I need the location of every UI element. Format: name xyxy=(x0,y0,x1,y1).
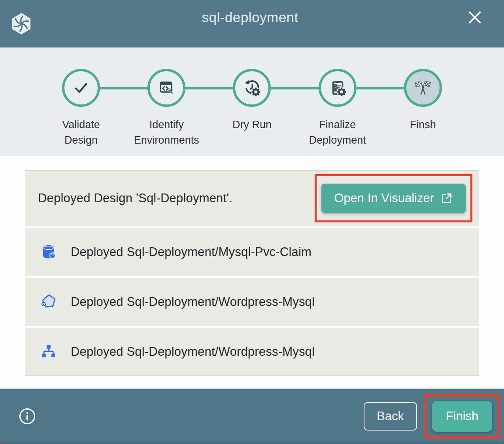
modal-header: sql-deployment xyxy=(0,0,504,47)
finish-button[interactable]: Finish xyxy=(432,401,492,432)
summary-row: Deployed Design 'Sql-Deployment'. Open I… xyxy=(25,170,479,226)
svg-text:?: ? xyxy=(51,254,54,258)
deployment-row-text: Deployed Sql-Deployment/Wordpress-Mysql xyxy=(71,295,315,309)
stepper: Validate Design Identify Environments xyxy=(0,47,504,156)
external-link-icon xyxy=(440,192,453,205)
clipboard-gear-icon[interactable] xyxy=(319,69,357,107)
modal-title: sql-deployment xyxy=(202,9,298,25)
step-label: Identify Environments xyxy=(131,117,202,148)
open-in-visualizer-button[interactable]: Open In Visualizer xyxy=(321,184,466,213)
history-gear-icon[interactable] xyxy=(233,69,271,107)
pentagon-icon xyxy=(39,292,58,311)
step-identify-environments: Identify Environments xyxy=(124,69,209,148)
step-label: Validate Design xyxy=(46,117,116,148)
database-icon: ? xyxy=(39,243,58,262)
open-in-visualizer-label: Open In Visualizer xyxy=(334,191,434,205)
check-icon[interactable] xyxy=(62,69,100,107)
step-validate-design: Validate Design xyxy=(38,69,124,148)
meshery-logo-icon xyxy=(10,12,33,35)
info-icon[interactable] xyxy=(18,407,36,425)
step-label: Finalize Deployment xyxy=(302,117,373,148)
results-panel: Deployed Design 'Sql-Deployment'. Open I… xyxy=(0,156,504,389)
close-icon[interactable] xyxy=(466,9,483,26)
annotation-box-finish: Finish xyxy=(424,394,500,438)
deployment-wizard-modal: sql-deployment Validate Design xyxy=(0,0,504,444)
deployment-row-text: Deployed Sql-Deployment/Mysql-Pvc-Claim xyxy=(71,245,311,259)
step-dry-run: Dry Run xyxy=(209,69,294,148)
step-finalize-deployment: Finalize Deployment xyxy=(295,69,380,148)
deployment-row-wordpress-mysql-2: Deployed Sql-Deployment/Wordpress-Mysql xyxy=(25,328,479,376)
back-button[interactable]: Back xyxy=(364,402,417,431)
step-label: Dry Run xyxy=(217,117,287,133)
code-wrench-icon[interactable] xyxy=(147,69,185,107)
deployment-row-text: Deployed Sql-Deployment/Wordpress-Mysql xyxy=(71,345,315,359)
step-finish: Finsh xyxy=(380,69,466,148)
deployment-row-mysql-pvc-claim: ? Deployed Sql-Deployment/Mysql-Pvc-Clai… xyxy=(25,228,479,276)
modal-footer: Back Finish xyxy=(0,389,504,444)
summary-text: Deployed Design 'Sql-Deployment'. xyxy=(38,191,232,205)
racing-flags-icon[interactable] xyxy=(404,69,442,107)
annotation-box-visualizer: Open In Visualizer xyxy=(315,174,472,222)
hierarchy-icon xyxy=(39,342,58,361)
deployment-row-wordpress-mysql-1: Deployed Sql-Deployment/Wordpress-Mysql xyxy=(25,278,479,326)
step-label: Finsh xyxy=(388,117,458,133)
